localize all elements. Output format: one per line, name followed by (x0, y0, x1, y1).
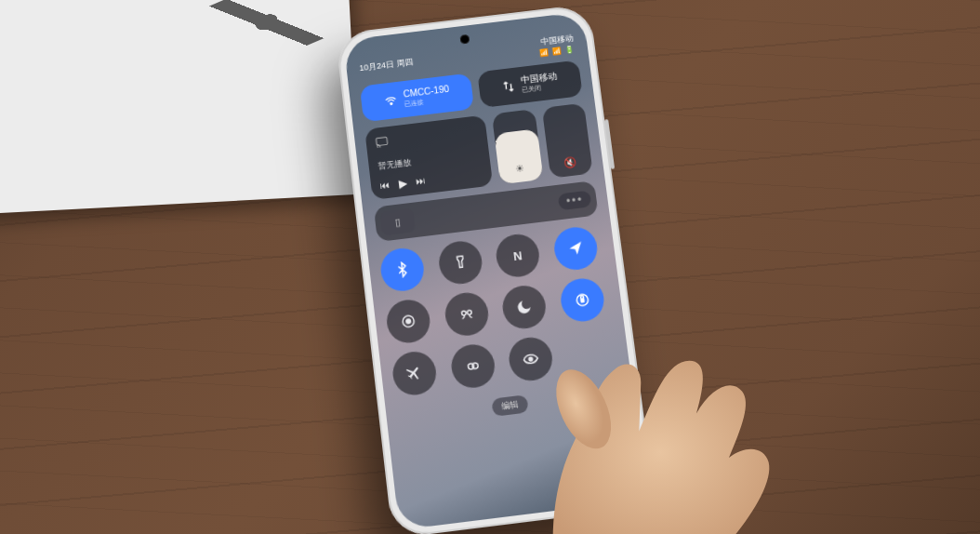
device-select-icon[interactable]: ▯ (379, 208, 416, 236)
svg-point-0 (391, 102, 392, 104)
cellular-tile[interactable]: 中国移动 已关闭 (477, 60, 583, 108)
svg-point-9 (471, 363, 478, 369)
svg-point-5 (467, 310, 471, 314)
flashlight-toggle[interactable] (436, 239, 483, 287)
phone-device: 10月24日 周四 中国移动 📶 📶 🔋 CMCC-190 已连接 (335, 4, 656, 534)
media-tile[interactable]: 暂无播放 ⏮ ▶ ⏭ (364, 115, 493, 200)
hotspot-toggle[interactable] (449, 342, 497, 391)
data-arrows-icon (500, 78, 517, 94)
cast-icon (375, 134, 390, 152)
screenshot-toggle[interactable] (443, 290, 490, 338)
status-date: 10月24日 周四 (359, 57, 414, 74)
airplane-toggle[interactable] (391, 349, 438, 397)
nfc-toggle[interactable]: N (494, 232, 541, 279)
svg-point-3 (406, 319, 411, 324)
svg-rect-7 (580, 299, 583, 302)
more-icon[interactable]: ••• (558, 191, 591, 211)
wifi-icon (383, 93, 400, 109)
phone-side-button (604, 119, 615, 169)
brightness-slider[interactable]: ☀ (492, 109, 543, 184)
phone-screen: 10月24日 周四 中国移动 📶 📶 🔋 CMCC-190 已连接 (343, 11, 647, 529)
edit-button[interactable]: 编辑 (491, 394, 528, 417)
wifi-tile[interactable]: CMCC-190 已连接 (360, 73, 474, 123)
brightness-icon: ☀ (515, 162, 525, 175)
table-book (0, 0, 360, 215)
toggle-grid: N (378, 222, 619, 397)
media-prev-icon[interactable]: ⏮ (380, 180, 391, 191)
location-toggle[interactable] (551, 225, 599, 273)
eyecare-toggle[interactable] (385, 298, 432, 345)
control-center: CMCC-190 已连接 中国移动 已关闭 (349, 55, 634, 430)
volume-icon: 🔇 (563, 156, 576, 169)
dnd-toggle[interactable] (500, 284, 549, 331)
visibility-toggle[interactable] (507, 335, 555, 383)
rotation-lock-toggle[interactable] (558, 276, 606, 324)
media-play-icon[interactable]: ▶ (398, 176, 407, 190)
bluetooth-toggle[interactable] (378, 246, 426, 293)
svg-point-10 (529, 357, 533, 361)
nfc-label: N (512, 248, 523, 263)
media-next-icon[interactable]: ⏭ (416, 175, 426, 186)
volume-slider[interactable]: 🔇 (541, 103, 593, 179)
svg-point-4 (461, 311, 466, 315)
